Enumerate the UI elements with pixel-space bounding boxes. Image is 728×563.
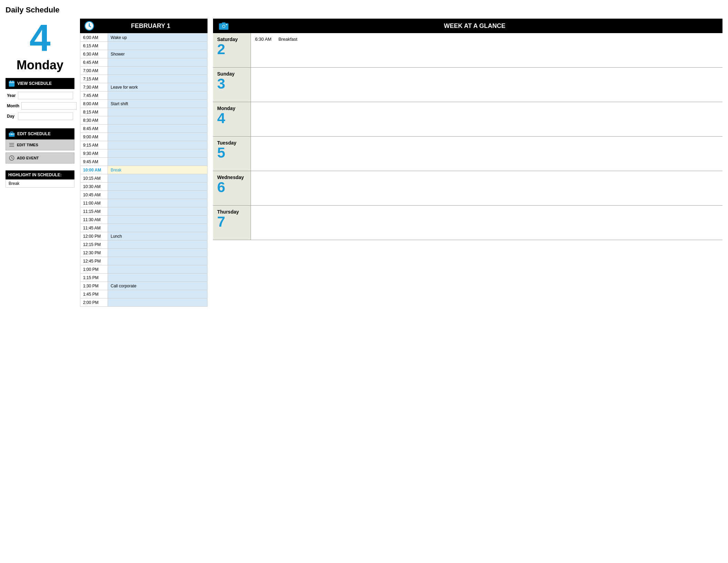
event-cell <box>108 42 208 50</box>
time-cell: 8:45 AM <box>80 125 108 133</box>
time-cell: 11:00 AM <box>80 199 108 207</box>
edit-times-label: EDIT TIMES <box>17 143 38 147</box>
time-cell: 9:45 AM <box>80 158 108 166</box>
time-cell: 11:15 AM <box>80 207 108 216</box>
table-row: 9:15 AM <box>80 141 208 149</box>
event-cell <box>108 158 208 166</box>
table-row: 8:45 AM <box>80 125 208 133</box>
table-row: 12:30 PM <box>80 249 208 257</box>
table-row: 10:30 AM <box>80 182 208 191</box>
main-layout: 4 Monday VIEW SCHEDULE <box>6 19 722 307</box>
event-cell <box>108 290 208 298</box>
event-cell <box>108 298 208 307</box>
time-cell: 6:30 AM <box>80 50 108 58</box>
add-event-button[interactable]: ADD EVENT <box>6 152 74 164</box>
svg-point-19 <box>89 25 90 27</box>
year-input[interactable] <box>18 92 73 99</box>
week-day-label: Thursday7 <box>213 206 251 240</box>
svg-rect-12 <box>11 134 12 135</box>
time-cell: 9:30 AM <box>80 149 108 158</box>
table-row: 7:00 AM <box>80 67 208 75</box>
week-header: WEEK AT A GLANCE <box>213 19 722 33</box>
table-row: 11:45 AM <box>80 224 208 232</box>
table-row: 6:15 AM <box>80 42 208 50</box>
week-day-label: Sunday3 <box>213 68 251 102</box>
time-cell: 9:00 AM <box>80 133 108 141</box>
week-day-row: Wednesday6 <box>213 171 722 206</box>
week-event-time: 6:30 AM <box>255 37 272 42</box>
time-cell: 7:15 AM <box>80 75 108 83</box>
year-field-row: Year <box>7 92 73 99</box>
week-panel: WEEK AT A GLANCE Saturday26:30 AMBreakfa… <box>213 19 722 240</box>
week-day-events <box>251 68 722 102</box>
list-icon <box>9 142 15 148</box>
time-cell: 12:00 PM <box>80 232 108 240</box>
day-input[interactable] <box>18 112 73 120</box>
table-row: 2:00 PM <box>80 298 208 307</box>
event-cell <box>108 207 208 216</box>
week-day-row: Thursday7 <box>213 206 722 240</box>
event-cell: Leave for work <box>108 83 208 91</box>
sidebar: 4 Monday VIEW SCHEDULE <box>6 19 74 188</box>
week-day-number: 5 <box>217 146 246 160</box>
week-day-number: 7 <box>217 215 246 229</box>
edit-times-button[interactable]: EDIT TIMES <box>6 139 74 150</box>
edit-schedule-header: EDIT SCHEDULE <box>6 128 74 139</box>
table-row: 10:15 AM <box>80 174 208 182</box>
table-row: 1:45 PM <box>80 290 208 298</box>
view-schedule-header: VIEW SCHEDULE <box>6 78 74 89</box>
highlight-section: HIGHLIGHT IN SCHEDULE: Break <box>6 170 74 188</box>
week-day-number: 4 <box>217 111 246 126</box>
event-cell <box>108 133 208 141</box>
week-day-row: Tuesday5 <box>213 137 722 171</box>
table-row: 11:30 AM <box>80 216 208 224</box>
week-days: Saturday26:30 AMBreakfastSunday3Monday4T… <box>213 33 722 240</box>
table-row: 11:00 AM <box>80 199 208 207</box>
event-cell: Lunch <box>108 232 208 240</box>
day-field-row: Day <box>7 112 73 120</box>
time-cell: 1:00 PM <box>80 265 108 274</box>
table-row: 7:30 AMLeave for work <box>80 83 208 91</box>
svg-rect-8 <box>11 85 12 85</box>
time-cell: 10:00 AM <box>80 166 108 174</box>
time-cell: 8:15 AM <box>80 108 108 116</box>
svg-rect-4 <box>10 83 11 84</box>
svg-rect-23 <box>222 22 225 24</box>
schedule-table: 6:00 AMWake up6:15 AM6:30 AMShower6:45 A… <box>80 33 208 307</box>
week-day-row: Saturday26:30 AMBreakfast <box>213 33 722 68</box>
table-row: 11:15 AM <box>80 207 208 216</box>
week-event: 6:30 AMBreakfast <box>255 37 718 42</box>
event-cell <box>108 224 208 232</box>
event-cell <box>108 125 208 133</box>
calendar-icon <box>8 80 15 87</box>
view-schedule-label: VIEW SCHEDULE <box>17 81 52 86</box>
table-row: 8:15 AM <box>80 108 208 116</box>
event-cell <box>108 58 208 67</box>
event-cell: Start shift <box>108 100 208 108</box>
week-day-number: 6 <box>217 180 246 195</box>
time-cell: 12:45 PM <box>80 257 108 265</box>
week-day-label: Tuesday5 <box>213 137 251 171</box>
week-day-events <box>251 206 722 240</box>
day-label: Day <box>7 114 16 119</box>
time-cell: 8:00 AM <box>80 100 108 108</box>
time-cell: 6:00 AM <box>80 33 108 42</box>
table-row: 6:00 AMWake up <box>80 33 208 42</box>
page-title: Daily Schedule <box>6 6 722 14</box>
week-day-number: 2 <box>217 42 246 57</box>
table-row: 1:00 PM <box>80 265 208 274</box>
table-row: 7:45 AM <box>80 91 208 100</box>
svg-rect-7 <box>10 85 11 85</box>
highlight-header: HIGHLIGHT IN SCHEDULE: <box>6 170 74 179</box>
month-input[interactable] <box>21 102 77 110</box>
time-cell: 10:30 AM <box>80 182 108 191</box>
time-cell: 8:30 AM <box>80 116 108 125</box>
table-row: 6:30 AMShower <box>80 50 208 58</box>
edit-schedule-label: EDIT SCHEDULE <box>17 131 51 136</box>
time-cell: 2:00 PM <box>80 298 108 307</box>
add-event-label: ADD EVENT <box>17 156 39 160</box>
event-cell: Wake up <box>108 33 208 42</box>
briefcase-icon <box>8 130 15 137</box>
time-cell: 12:15 PM <box>80 240 108 249</box>
clock-icon <box>9 155 15 161</box>
